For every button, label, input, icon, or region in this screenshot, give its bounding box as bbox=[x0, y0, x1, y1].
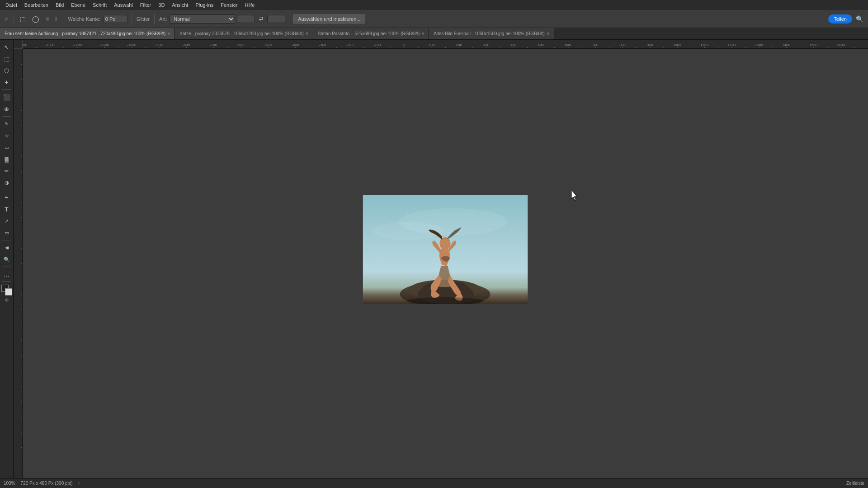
menu-bild[interactable]: Bild bbox=[52, 1, 67, 9]
tool-dodge[interactable]: ◑ bbox=[1, 177, 12, 188]
tool-extra[interactable]: ⊕ bbox=[5, 297, 9, 302]
home-button[interactable]: ⌂ bbox=[3, 14, 10, 23]
row-marquee-btn[interactable]: ≡ bbox=[43, 14, 51, 23]
tab-fussball-label: Altes Bild Fussball - 1050x1500.jpg bei … bbox=[434, 31, 545, 36]
feather-input[interactable] bbox=[237, 15, 255, 23]
timeline-button[interactable]: Zeitleiste bbox=[846, 481, 864, 486]
zoom-level: 100% bbox=[4, 481, 15, 486]
menu-bearbeiten[interactable]: Bearbeiten bbox=[21, 1, 52, 9]
tool-pen[interactable]: ✒ bbox=[1, 192, 12, 203]
left-separator-4 bbox=[2, 240, 11, 240]
hi-input[interactable] bbox=[267, 15, 285, 23]
tab-frau[interactable]: Frau sehr kleine Auflösung - pixabay 186… bbox=[0, 28, 175, 40]
image-canvas bbox=[363, 195, 528, 304]
image-container bbox=[363, 195, 528, 305]
menu-schrift[interactable]: Schrift bbox=[89, 1, 110, 9]
tab-stefan-label: Stefan Passfoto – 525x699.jpg bei 100% (… bbox=[318, 31, 420, 36]
arrow-btn[interactable]: › bbox=[78, 481, 80, 486]
tab-stefan[interactable]: Stefan Passfoto – 525x699.jpg bei 100% (… bbox=[313, 28, 429, 40]
tab-fussball-close[interactable]: × bbox=[547, 31, 549, 36]
ruler-top bbox=[14, 40, 868, 49]
tab-stefan-close[interactable]: × bbox=[421, 31, 424, 36]
tool-selection[interactable]: ⬚ bbox=[1, 53, 12, 64]
tab-katze-label: Katze - pixabay 3336579 - 1066x1280.jpg … bbox=[179, 31, 304, 36]
tool-eyedropper[interactable]: ⊕ bbox=[1, 103, 12, 114]
soft-kante-input[interactable] bbox=[103, 15, 128, 23]
color-swatches[interactable] bbox=[1, 285, 12, 296]
tab-katze-close[interactable]: × bbox=[306, 31, 308, 36]
tabs-bar: Frau sehr kleine Auflösung - pixabay 186… bbox=[0, 28, 868, 40]
tab-katze[interactable]: Katze - pixabay 3336579 - 1066x1280.jpg … bbox=[175, 28, 313, 40]
status-bar: 100% 720 Px x 480 Px (300 ppi) › Zeitlei… bbox=[0, 478, 868, 488]
rect-marquee-btn[interactable]: ⬚ bbox=[18, 14, 28, 24]
ruler-h-canvas bbox=[23, 40, 868, 48]
ellipse-marquee-btn[interactable]: ◯ bbox=[30, 14, 42, 24]
menu-ansicht[interactable]: Ansicht bbox=[168, 1, 192, 9]
tool-magic-wand[interactable]: ✦ bbox=[1, 77, 12, 88]
art-label: Art: bbox=[159, 16, 167, 22]
main-area: ↖ ⬚ ⬡ ✦ ⬛ ⊕ ✎ ☆ ▭ ▓ ✏ ◑ ✒ T ↗ ▭ ☚ 🔍 … ⊕ bbox=[0, 40, 868, 478]
search-button[interactable]: 🔍 bbox=[854, 14, 865, 23]
canvas-wrapper bbox=[14, 40, 868, 478]
ruler-v-canvas bbox=[14, 49, 23, 478]
divider-5 bbox=[289, 14, 289, 24]
ruler-h bbox=[23, 40, 868, 48]
svg-marker-7 bbox=[571, 190, 577, 201]
left-separator-2 bbox=[2, 116, 11, 117]
divider-1 bbox=[14, 14, 14, 24]
menu-3d[interactable]: 3D bbox=[155, 1, 168, 9]
tool-hand[interactable]: ☚ bbox=[1, 242, 12, 253]
menu-bar: Datei Bearbeiten Bild Ebene Schrift Ausw… bbox=[0, 0, 868, 10]
options-toolbar: ⌂ ⬚ ◯ ≡ ⁞ Weiche Kante: Glitter Art: Nor… bbox=[0, 10, 868, 28]
dimensions-info: 720 Px x 480 Px (300 ppi) bbox=[21, 481, 73, 486]
divider-3 bbox=[132, 14, 132, 24]
divider-4 bbox=[154, 14, 155, 24]
art-select[interactable]: Normal Fixierte Größe Festes Seitenverhä… bbox=[170, 14, 235, 23]
tool-zoom[interactable]: 🔍 bbox=[1, 254, 12, 265]
tool-eraser[interactable]: ▭ bbox=[1, 142, 12, 153]
select-mask-btn[interactable]: Auswählen und maskieren... bbox=[293, 14, 365, 23]
tool-clone[interactable]: ☆ bbox=[1, 130, 12, 141]
tool-text[interactable]: T bbox=[1, 204, 12, 215]
tab-fussball[interactable]: Altes Bild Fussball - 1050x1500.jpg bei … bbox=[429, 28, 554, 40]
left-separator-6 bbox=[2, 282, 11, 282]
tool-crop[interactable]: ⬛ bbox=[1, 92, 12, 103]
cursor-arrow bbox=[570, 189, 580, 202]
canvas-row bbox=[14, 49, 868, 478]
left-separator-5 bbox=[2, 267, 11, 267]
menu-datei[interactable]: Datei bbox=[2, 1, 21, 9]
tool-brush[interactable]: ✏ bbox=[1, 165, 12, 176]
tab-frau-close[interactable]: × bbox=[167, 31, 170, 36]
ruler-corner bbox=[14, 40, 23, 49]
tool-gradient[interactable]: ▓ bbox=[1, 154, 12, 164]
tab-frau-label: Frau sehr kleine Auflösung - pixabay 186… bbox=[5, 31, 165, 36]
menu-filter[interactable]: Filter bbox=[137, 1, 155, 9]
menu-ebene[interactable]: Ebene bbox=[67, 1, 89, 9]
menu-hilfe[interactable]: Hilfe bbox=[241, 1, 258, 9]
tool-more[interactable]: … bbox=[1, 269, 12, 280]
tool-shape[interactable]: ▭ bbox=[1, 227, 12, 238]
ruler-left bbox=[14, 49, 23, 478]
glitter-label: Glitter bbox=[137, 16, 150, 22]
svg-point-5 bbox=[440, 237, 451, 250]
tool-path-select[interactable]: ↗ bbox=[1, 216, 12, 226]
canvas-area[interactable] bbox=[23, 49, 868, 478]
divider-2 bbox=[63, 14, 63, 24]
left-toolbar: ↖ ⬚ ⬡ ✦ ⬛ ⊕ ✎ ☆ ▭ ▓ ✏ ◑ ✒ T ↗ ▭ ☚ 🔍 … ⊕ bbox=[0, 40, 14, 478]
left-separator-1 bbox=[2, 89, 11, 90]
swap-btn[interactable]: ⇄ bbox=[257, 14, 265, 23]
tool-heal[interactable]: ✎ bbox=[1, 118, 12, 129]
teilen-button[interactable]: Teilen bbox=[828, 14, 852, 23]
tool-lasso[interactable]: ⬡ bbox=[1, 65, 12, 76]
menu-plugins[interactable]: Plug-ins bbox=[192, 1, 217, 9]
menu-auswahl[interactable]: Auswahl bbox=[110, 1, 137, 9]
tool-move[interactable]: ↖ bbox=[1, 42, 12, 52]
left-separator-3 bbox=[2, 190, 11, 190]
menu-fenster[interactable]: Fenster bbox=[217, 1, 241, 9]
soft-kante-label: Weiche Kante: bbox=[68, 16, 100, 22]
col-marquee-btn[interactable]: ⁞ bbox=[53, 14, 59, 23]
